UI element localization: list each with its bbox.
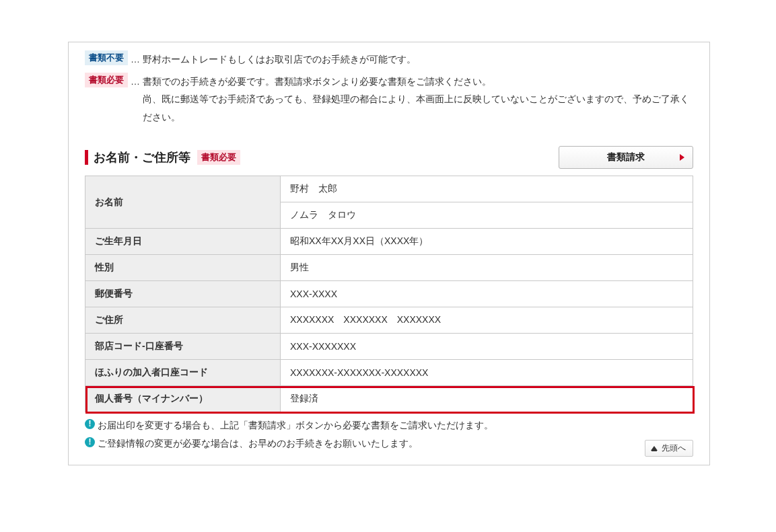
cell-value: XXX-XXXXXXX (281, 334, 693, 360)
cell-label: ほふりの加入者口座コード (85, 360, 281, 386)
section-badge: 書類必要 (197, 150, 240, 165)
legend-not-needed-text: 野村ホームトレードもしくはお取引店でのお手続きが可能です。 (143, 50, 416, 69)
cell-label: 性別 (85, 255, 281, 281)
cell-label: ご生年月日 (85, 229, 281, 255)
badge-needed: 書類必要 (85, 73, 128, 87)
legend-needed-text1: 書類でのお手続きが必要です。書類請求ボタンより必要な書類をご請求ください。 (143, 76, 491, 87)
table-row: お名前 野村 太郎 (85, 176, 693, 202)
cell-label: 個人番号（マイナンバー） (85, 386, 281, 412)
note-line: ! お届出印を変更する場合も、上記「書類請求」ボタンから必要な書類をご請求いただ… (85, 416, 693, 434)
to-top-label: 先頭へ (662, 443, 686, 454)
cell-label: お名前 (85, 176, 281, 229)
note-text: お届出印を変更する場合も、上記「書類請求」ボタンから必要な書類をご請求いただけま… (98, 416, 493, 434)
to-top-button[interactable]: 先頭へ (645, 440, 693, 457)
legend-needed: 書類必要 … 書類でのお手続きが必要です。書類請求ボタンより必要な書類をご請求く… (85, 73, 693, 126)
note-text: ご登録情報の変更が必要な場合は、お早めのお手続きをお願いいたします。 (98, 434, 418, 453)
document-request-button[interactable]: 書類請求 (559, 146, 693, 169)
cell-value: 男性 (281, 255, 693, 281)
legend-not-needed: 書類不要 … 野村ホームトレードもしくはお取引店でのお手続きが可能です。 (85, 50, 693, 69)
section-header: お名前・ご住所等 書類必要 書類請求 (85, 146, 693, 169)
customer-info-table: お名前 野村 太郎 ノムラ タロウ ご生年月日 昭和XX年XX月XX日（XXXX… (85, 176, 693, 412)
legend-needed-text: 書類でのお手続きが必要です。書類請求ボタンより必要な書類をご請求ください。 尚、… (143, 73, 693, 126)
info-icon: ! (85, 437, 95, 447)
arrow-right-icon (680, 154, 684, 161)
table-row: 性別 男性 (85, 255, 693, 281)
cell-label: ご住所 (85, 307, 281, 334)
note-line: ! ご登録情報の変更が必要な場合は、お早めのお手続きをお願いいたします。 (85, 434, 693, 453)
arrow-top-icon (651, 446, 658, 451)
cell-value: 登録済 (281, 386, 693, 412)
legend-sep: … (128, 50, 143, 69)
badge-not-needed: 書類不要 (85, 50, 128, 65)
table-row: 部店コード-口座番号 XXX-XXXXXXX (85, 334, 693, 360)
cell-value: XXX-XXXX (281, 281, 693, 307)
table-row: 郵便番号 XXX-XXXX (85, 281, 693, 307)
cell-value: ノムラ タロウ (281, 202, 693, 229)
cell-value: XXXXXXX XXXXXXX XXXXXXX (281, 307, 693, 334)
legend-needed-text2: 尚、既に郵送等でお手続済であっても、登録処理の都合により、本画面上に反映していな… (143, 93, 689, 122)
table-row: ご住所 XXXXXXX XXXXXXX XXXXXXX (85, 307, 693, 334)
document-request-label: 書類請求 (607, 151, 645, 163)
section-title-wrap: お名前・ご住所等 書類必要 (85, 149, 240, 165)
info-panel: 書類不要 … 野村ホームトレードもしくはお取引店でのお手続きが可能です。 書類必… (68, 42, 710, 465)
section-bar-icon (85, 150, 88, 165)
legend-sep: … (128, 73, 143, 126)
info-icon: ! (85, 419, 95, 429)
table-row-highlight: 個人番号（マイナンバー） 登録済 (85, 386, 693, 412)
cell-label: 郵便番号 (85, 281, 281, 307)
cell-value: 昭和XX年XX月XX日（XXXX年） (281, 229, 693, 255)
cell-label: 部店コード-口座番号 (85, 334, 281, 360)
table-row: ご生年月日 昭和XX年XX月XX日（XXXX年） (85, 229, 693, 255)
cell-value: XXXXXXX-XXXXXXX-XXXXXXX (281, 360, 693, 386)
section-title: お名前・ご住所等 (94, 149, 190, 165)
table-row: ほふりの加入者口座コード XXXXXXX-XXXXXXX-XXXXXXX (85, 360, 693, 386)
cell-value: 野村 太郎 (281, 176, 693, 202)
notes: ! お届出印を変更する場合も、上記「書類請求」ボタンから必要な書類をご請求いただ… (85, 416, 693, 452)
